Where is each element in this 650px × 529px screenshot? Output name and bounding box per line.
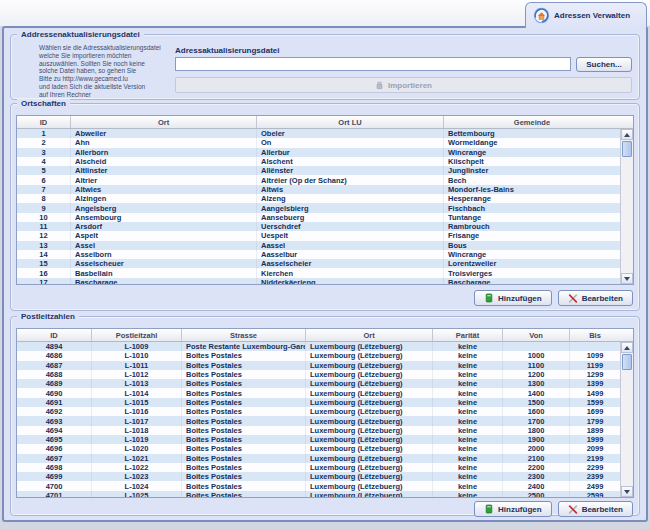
table-row[interactable]: 4686L-1010Boites PostalesLuxembourg (Lët… xyxy=(17,351,620,360)
scrollbar-thumb[interactable] xyxy=(622,354,632,370)
column-header[interactable]: Gemeinde xyxy=(444,116,620,128)
table-row[interactable]: 4691L-1015Boites PostalesLuxembourg (Lët… xyxy=(17,398,620,407)
table-row[interactable]: 4697L-1021Boites PostalesLuxembourg (Lët… xyxy=(17,454,620,463)
table-cell: Poste Restante Luxembourg-Gare xyxy=(182,342,306,351)
column-header[interactable]: Postleitzahl xyxy=(92,329,182,341)
table-row[interactable]: 4698L-1022Boites PostalesLuxembourg (Lët… xyxy=(17,463,620,472)
table-cell: Luxembourg (Lëtzebuerg) xyxy=(306,398,433,407)
table-cell: 1099 xyxy=(570,351,620,360)
scroll-up-button[interactable] xyxy=(621,129,633,140)
column-header[interactable]: Strasse xyxy=(182,329,306,341)
column-header[interactable]: Bis xyxy=(570,329,620,341)
table-cell: Altwis xyxy=(257,185,444,194)
table-row[interactable]: 4687L-1011Boites PostalesLuxembourg (Lët… xyxy=(17,361,620,370)
postleitzahlen-table-header: IDPostleitzahlStrasseOrtParitätVonBis xyxy=(17,329,633,342)
table-cell: Luxembourg (Lëtzebuerg) xyxy=(306,361,433,370)
add-button-label: Hinzufügen xyxy=(498,505,542,514)
ortschaften-add-button[interactable]: Hinzufügen xyxy=(474,290,552,306)
table-cell: keine xyxy=(433,454,503,463)
table-cell: Aasselbur xyxy=(257,250,444,259)
table-row[interactable]: 4701L-1025Boites PostalesLuxembourg (Lët… xyxy=(17,491,620,497)
table-row[interactable]: 4700L-1024Boites PostalesLuxembourg (Lët… xyxy=(17,481,620,490)
table-row[interactable]: 4695L-1019Boites PostalesLuxembourg (Lët… xyxy=(17,435,620,444)
table-row[interactable]: 1AbweilerObelerBettembourg xyxy=(17,129,620,138)
table-row[interactable]: 16BasbellainKierchenTroisvierges xyxy=(17,268,620,277)
scrollbar-track[interactable] xyxy=(621,140,633,273)
postleitzahlen-vertical-scrollbar[interactable] xyxy=(620,342,633,497)
postleitzahlen-title: Postleitzahlen xyxy=(17,312,79,321)
postleitzahlen-add-button[interactable]: Hinzufügen xyxy=(474,501,552,517)
table-row[interactable]: 3AllerbornAllerburWincrange xyxy=(17,148,620,157)
edit-tools-icon xyxy=(568,504,578,514)
column-header[interactable]: Ort LU xyxy=(257,116,444,128)
table-cell: L-1022 xyxy=(92,463,182,472)
table-cell: Assel xyxy=(71,241,257,250)
column-header[interactable]: Ort xyxy=(71,116,257,128)
table-row[interactable]: 15AsselscheuerAasselscheierLorentzweiler xyxy=(17,259,620,268)
table-row[interactable]: 4894L-1009Poste Restante Luxembourg-Gare… xyxy=(17,342,620,351)
table-cell: 2499 xyxy=(570,481,620,490)
table-cell: L-1017 xyxy=(92,416,182,425)
table-row[interactable]: 8AlzingenAlzengHesperange xyxy=(17,194,620,203)
table-cell: 4689 xyxy=(17,379,92,388)
table-row[interactable]: 6AltrierAltréier (Op der Schanz)Bech xyxy=(17,175,620,184)
column-header[interactable]: ID xyxy=(17,329,92,341)
table-row[interactable]: 11ArsdorfUerschdrefRambrouch xyxy=(17,222,620,231)
scroll-down-button[interactable] xyxy=(621,273,633,284)
table-cell: 1100 xyxy=(503,361,570,370)
postleitzahlen-edit-button[interactable]: Bearbeiten xyxy=(558,501,633,517)
table-cell: 16 xyxy=(17,268,71,277)
table-row[interactable]: 13AsselAasselBous xyxy=(17,241,620,250)
table-row[interactable]: 17BascharageNidderkäerjengBascharage xyxy=(17,278,620,284)
ortschaften-edit-button[interactable]: Bearbeiten xyxy=(558,290,633,306)
table-cell: Hesperange xyxy=(444,194,620,203)
scroll-down-button[interactable] xyxy=(621,486,633,497)
table-row[interactable]: 4AlscheidAlschentKiischpelt xyxy=(17,157,620,166)
table-cell: 4693 xyxy=(17,416,92,425)
table-row[interactable]: 5AltlinsterAllënsterJunglinster xyxy=(17,166,620,175)
import-button[interactable]: Importieren xyxy=(175,77,632,93)
table-cell: Uerschdref xyxy=(257,222,444,231)
column-header[interactable]: Ort xyxy=(306,329,433,341)
table-cell: Uespelt xyxy=(257,231,444,240)
table-cell: Junglinster xyxy=(444,166,620,175)
table-row[interactable]: 4696L-1020Boites PostalesLuxembourg (Lët… xyxy=(17,444,620,453)
table-cell: Boites Postales xyxy=(182,491,306,497)
table-row[interactable]: 4693L-1017Boites PostalesLuxembourg (Lët… xyxy=(17,416,620,425)
table-row[interactable]: 4690L-1014Boites PostalesLuxembourg (Lët… xyxy=(17,388,620,397)
table-cell: 2100 xyxy=(503,454,570,463)
tab-adressen-verwalten[interactable]: Adressen Verwalten xyxy=(525,2,647,28)
table-cell: Bettembourg xyxy=(444,129,620,138)
table-row[interactable]: 10AnsembourgAansebuergTuntange xyxy=(17,213,620,222)
table-row[interactable]: 7AltwiesAltwisMondorf-les-Bains xyxy=(17,185,620,194)
table-cell xyxy=(570,342,620,351)
table-cell: keine xyxy=(433,388,503,397)
table-cell: keine xyxy=(433,435,503,444)
column-header[interactable]: Von xyxy=(503,329,570,341)
add-icon xyxy=(484,293,494,303)
table-row[interactable]: 9AngelsbergAangelsbiergFischbach xyxy=(17,203,620,212)
table-row[interactable]: 2AhnOnWormeldange xyxy=(17,138,620,147)
table-cell: Aangelsbierg xyxy=(257,203,444,212)
scrollbar-track[interactable] xyxy=(621,353,633,486)
ortschaften-vertical-scrollbar[interactable] xyxy=(620,129,633,284)
table-cell: keine xyxy=(433,379,503,388)
table-cell: L-1023 xyxy=(92,472,182,481)
table-row[interactable]: 4694L-1018Boites PostalesLuxembourg (Lët… xyxy=(17,426,620,435)
scrollbar-thumb[interactable] xyxy=(622,141,632,157)
table-row[interactable]: 4688L-1012Boites PostalesLuxembourg (Lët… xyxy=(17,370,620,379)
browse-button[interactable]: Suchen... xyxy=(576,57,632,72)
column-header[interactable]: ID xyxy=(17,116,71,128)
table-row[interactable]: 14AsselbornAasselburWincrange xyxy=(17,250,620,259)
table-cell: 4894 xyxy=(17,342,92,351)
table-row[interactable]: 12AspeltUespeltFrisange xyxy=(17,231,620,240)
edit-tools-icon xyxy=(568,293,578,303)
column-header[interactable]: Parität xyxy=(433,329,503,341)
file-field-label: Adressaktualisierungsdatei xyxy=(175,46,279,55)
postleitzahlen-table: IDPostleitzahlStrasseOrtParitätVonBis 48… xyxy=(16,328,634,498)
scroll-up-button[interactable] xyxy=(621,342,633,353)
file-path-input[interactable] xyxy=(175,57,571,71)
table-row[interactable]: 4699L-1023Boites PostalesLuxembourg (Lët… xyxy=(17,472,620,481)
table-row[interactable]: 4692L-1016Boites PostalesLuxembourg (Lët… xyxy=(17,407,620,416)
table-row[interactable]: 4689L-1013Boites PostalesLuxembourg (Lët… xyxy=(17,379,620,388)
